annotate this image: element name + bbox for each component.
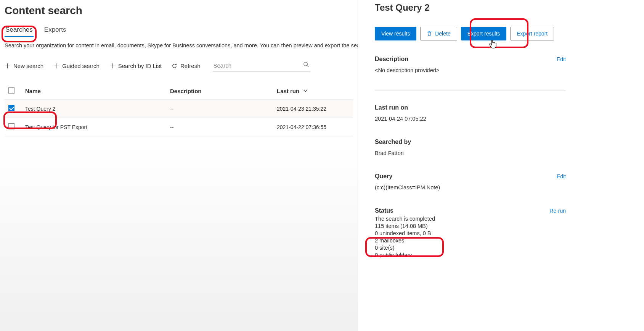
description-heading: Description [375,56,408,63]
table-row[interactable]: Test Query 2 -- 2021-04-23 21:35:22 [5,100,353,118]
status-line: 115 items (14.08 MB) [375,223,566,229]
row-name: Test Query for PST Export [21,118,166,136]
page-title: Content search [5,0,353,24]
edit-query-link[interactable]: Edit [557,173,566,179]
status-line: 2 mailboxes [375,237,566,244]
search-input[interactable] [213,60,310,71]
query-value: (c:c)(ItemClass=IPM.Note) [375,184,566,191]
plus-icon [5,63,10,69]
searched-by-value: Brad Fattori [375,150,566,156]
details-actions: View results Delete Export results Expor… [375,27,566,40]
new-search-label: New search [13,63,43,69]
search-box [213,60,310,71]
status-line: 0 unindexed items, 0 B [375,230,566,236]
delete-button[interactable]: Delete [420,27,457,40]
table-row[interactable]: Test Query for PST Export -- 2021-04-22 … [5,118,353,136]
chevron-down-icon [303,88,308,94]
last-run-heading: Last run on [375,104,566,111]
description-value: <No description provided> [375,67,566,73]
row-name: Test Query 2 [21,100,166,118]
column-name[interactable]: Name [21,83,166,100]
trash-icon [427,31,432,36]
divider [375,90,566,90]
plus-icon [53,63,59,69]
rerun-link[interactable]: Re-run [549,208,566,214]
tab-strip: Searches Exports [5,24,353,38]
status-line: The search is completed [375,216,566,222]
status-line: 0 public folders [375,252,566,258]
guided-search-button[interactable]: Guided search [53,63,100,69]
last-run-value: 2021-04-24 07:05:22 [375,116,566,122]
section-last-run: Last run on 2021-04-24 07:05:22 [375,104,566,122]
status-line: 0 site(s) [375,245,566,251]
results-table: Name Description Last run Test Query 2 -… [5,83,353,136]
searched-by-heading: Searched by [375,139,566,145]
row-checkbox[interactable] [8,105,14,111]
section-description: Description Edit <No description provide… [375,56,566,73]
tab-searches[interactable]: Searches [5,24,34,37]
details-title: Test Query 2 [375,2,566,13]
toolbar: New search Guided search Search by ID Li… [5,58,353,79]
view-results-button[interactable]: View results [375,27,416,40]
status-lines: The search is completed 115 items (14.08… [375,216,566,258]
details-panel: Test Query 2 View results Delete Export … [358,0,583,331]
select-all-checkbox[interactable] [8,87,14,94]
section-searched-by: Searched by Brad Fattori [375,139,566,156]
row-last-run: 2021-04-23 21:35:22 [273,100,353,118]
search-by-id-button[interactable]: Search by ID List [109,63,162,69]
row-description: -- [166,118,273,136]
new-search-button[interactable]: New search [5,63,43,69]
edit-description-link[interactable]: Edit [557,56,566,62]
svg-point-0 [304,62,307,66]
export-report-button[interactable]: Export report [510,27,554,40]
plus-icon [109,63,115,69]
column-last-run[interactable]: Last run [273,83,353,100]
column-last-run-label: Last run [277,88,299,94]
query-heading: Query [375,173,392,180]
row-last-run: 2021-04-22 07:36:55 [273,118,353,136]
delete-label: Delete [435,31,450,37]
search-by-id-label: Search by ID List [118,63,162,69]
refresh-label: Refresh [180,63,201,69]
row-description: -- [166,100,273,118]
status-heading: Status [375,207,393,214]
page-description: Search your organization for content in … [5,42,353,48]
content-search-main: Content search Searches Exports Search y… [0,0,358,331]
search-icon [303,61,309,68]
column-description[interactable]: Description [166,83,273,100]
guided-search-label: Guided search [62,63,100,69]
refresh-button[interactable]: Refresh [172,63,201,69]
export-results-button[interactable]: Export results [461,27,507,40]
refresh-icon [172,63,177,69]
section-query: Query Edit (c:c)(ItemClass=IPM.Note) [375,173,566,191]
section-status: Status Re-run The search is completed 11… [375,207,566,258]
row-checkbox[interactable] [8,123,14,129]
tab-exports[interactable]: Exports [43,24,67,37]
